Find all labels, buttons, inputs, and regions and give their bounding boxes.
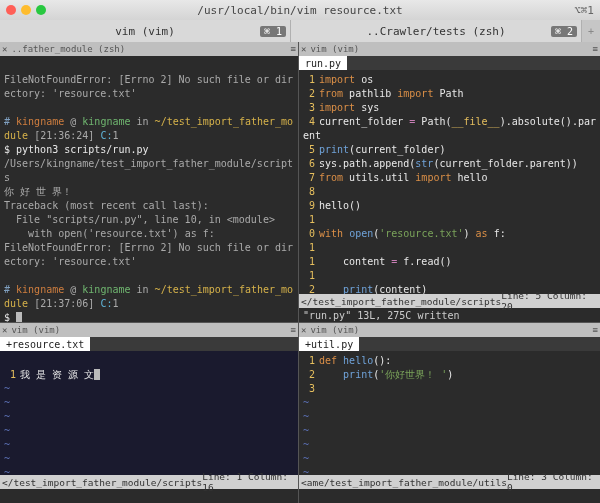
editor-content[interactable]: 1def hello(): 2 print('你好世界！ ') 3 ~ ~ ~ … xyxy=(299,351,600,475)
pane-close-icon[interactable]: ✕ xyxy=(301,325,306,335)
pane-menu-icon[interactable]: ≡ xyxy=(593,325,598,335)
editor-content[interactable]: 1import os 2from pathlib import Path 3im… xyxy=(299,70,600,294)
vim-tabline: + resource.txt xyxy=(0,337,298,351)
vim-message xyxy=(299,489,600,503)
tab-vim[interactable]: vim (vim) ⌘ 1 xyxy=(0,20,291,42)
pane-vim-util[interactable]: ✕ vim (vim) ≡ + util.py 1def hello(): 2 … xyxy=(299,323,600,503)
vim-statusline: <ame/test_import_father_module/utils Lin… xyxy=(299,475,600,489)
vim-tabline: run.py xyxy=(299,56,600,70)
tab-crawler[interactable]: ..Crawler/tests (zsh) ⌘ 2 xyxy=(291,20,582,42)
vim-statusline: </test_import_father_module/scripts Line… xyxy=(299,294,600,308)
pane-menu-icon[interactable]: ≡ xyxy=(291,44,296,54)
tab-bar: vim (vim) ⌘ 1 ..Crawler/tests (zsh) ⌘ 2 … xyxy=(0,20,600,42)
terminal-output[interactable]: FileNotFoundError: [Errno 2] No such fil… xyxy=(0,56,298,322)
editor-content[interactable]: 1我 是 资 源 文 ~ ~ ~ ~ ~ ~ ~ ~ ~ xyxy=(0,351,298,475)
pane-close-icon[interactable]: ✕ xyxy=(2,325,7,335)
vim-tab[interactable]: + resource.txt xyxy=(0,337,90,351)
pane-terminal[interactable]: ✕ ..father_module (zsh) ≡ FileNotFoundEr… xyxy=(0,42,298,322)
vim-tab[interactable]: run.py xyxy=(299,56,347,70)
pane-close-icon[interactable]: ✕ xyxy=(301,44,306,54)
vim-message xyxy=(0,489,298,503)
pane-title: ..father_module (zsh) xyxy=(11,44,125,54)
pane-vim-run[interactable]: ✕ vim (vim) ≡ run.py 1import os 2from pa… xyxy=(299,42,600,322)
pane-close-icon[interactable]: ✕ xyxy=(2,44,7,54)
vim-statusline: </test_import_father_module/scripts Line… xyxy=(0,475,298,489)
tab-add-icon[interactable]: + xyxy=(582,20,600,42)
vim-tabline: + util.py xyxy=(299,337,600,351)
window-title: /usr/local/bin/vim resource.txt xyxy=(0,4,600,17)
pane-vim-resource[interactable]: ✕ vim (vim) ≡ + resource.txt 1我 是 资 源 文 … xyxy=(0,323,298,503)
pane-title: vim (vim) xyxy=(11,325,60,335)
pane-menu-icon[interactable]: ≡ xyxy=(291,325,296,335)
pane-menu-icon[interactable]: ≡ xyxy=(593,44,598,54)
vim-tab[interactable]: + util.py xyxy=(299,337,359,351)
pane-title: vim (vim) xyxy=(310,325,359,335)
vim-message: "run.py" 13L, 275C written xyxy=(299,308,600,322)
pane-title: vim (vim) xyxy=(310,44,359,54)
window-titlebar: /usr/local/bin/vim resource.txt ⌥⌘1 xyxy=(0,0,600,20)
cursor-icon xyxy=(16,312,22,322)
